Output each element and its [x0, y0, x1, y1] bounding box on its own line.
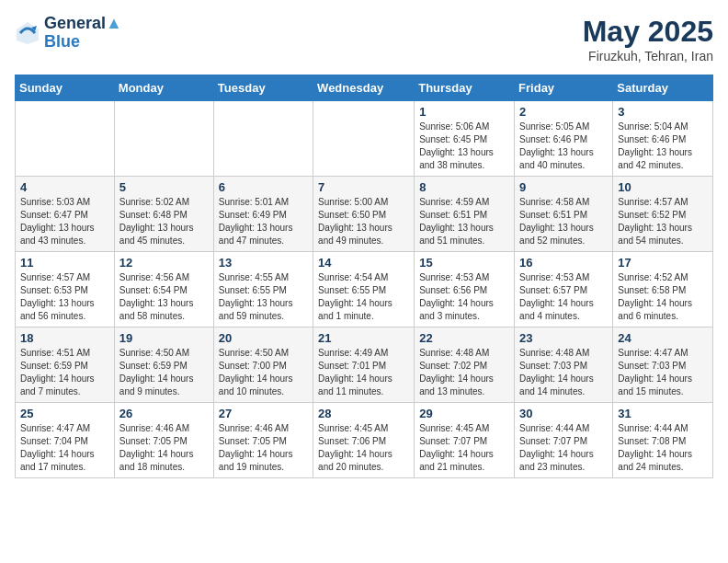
week-row-1: 1Sunrise: 5:06 AMSunset: 6:45 PMDaylight…: [16, 101, 713, 177]
day-detail: Sunrise: 4:44 AMSunset: 7:08 PMDaylight:…: [618, 422, 708, 474]
page-header: General▲ Blue May 2025 Firuzkuh, Tehran,…: [15, 15, 713, 63]
calendar-cell: 28Sunrise: 4:45 AMSunset: 7:06 PMDayligh…: [313, 403, 415, 478]
calendar-cell: 29Sunrise: 4:45 AMSunset: 7:07 PMDayligh…: [415, 403, 515, 478]
calendar-cell: 30Sunrise: 4:44 AMSunset: 7:07 PMDayligh…: [515, 403, 613, 478]
calendar-cell: 20Sunrise: 4:50 AMSunset: 7:00 PMDayligh…: [213, 327, 313, 403]
day-detail: Sunrise: 4:55 AMSunset: 6:55 PMDaylight:…: [219, 271, 308, 323]
logo: General▲ Blue: [15, 15, 122, 52]
calendar-cell: 7Sunrise: 5:00 AMSunset: 6:50 PMDaylight…: [313, 177, 415, 252]
day-number: 18: [20, 331, 109, 345]
day-detail: Sunrise: 5:03 AMSunset: 6:47 PMDaylight:…: [20, 196, 109, 247]
calendar-cell: 24Sunrise: 4:47 AMSunset: 7:03 PMDayligh…: [613, 327, 713, 403]
day-number: 10: [618, 180, 708, 194]
day-detail: Sunrise: 4:53 AMSunset: 6:57 PMDaylight:…: [519, 271, 608, 323]
day-detail: Sunrise: 4:50 AMSunset: 7:00 PMDaylight:…: [219, 347, 308, 398]
day-detail: Sunrise: 4:59 AMSunset: 6:51 PMDaylight:…: [419, 196, 509, 247]
day-detail: Sunrise: 5:00 AMSunset: 6:50 PMDaylight:…: [318, 196, 409, 247]
calendar-cell: 9Sunrise: 4:58 AMSunset: 6:51 PMDaylight…: [515, 177, 613, 252]
day-number: 13: [219, 256, 308, 270]
calendar-cell: [114, 101, 213, 177]
day-detail: Sunrise: 4:45 AMSunset: 7:06 PMDaylight:…: [318, 422, 409, 474]
calendar-cell: 6Sunrise: 5:01 AMSunset: 6:49 PMDaylight…: [213, 177, 313, 252]
calendar-cell: 13Sunrise: 4:55 AMSunset: 6:55 PMDayligh…: [213, 252, 313, 327]
day-number: 5: [119, 180, 209, 194]
day-detail: Sunrise: 5:04 AMSunset: 6:46 PMDaylight:…: [618, 121, 708, 172]
week-row-5: 25Sunrise: 4:47 AMSunset: 7:04 PMDayligh…: [16, 403, 713, 478]
calendar-cell: 8Sunrise: 4:59 AMSunset: 6:51 PMDaylight…: [415, 177, 515, 252]
calendar-cell: 22Sunrise: 4:48 AMSunset: 7:02 PMDayligh…: [415, 327, 515, 403]
calendar-cell: [16, 101, 115, 177]
day-number: 19: [119, 331, 209, 345]
day-number: 15: [419, 256, 509, 270]
day-detail: Sunrise: 4:44 AMSunset: 7:07 PMDaylight:…: [519, 422, 608, 474]
header-friday: Friday: [515, 75, 613, 101]
logo-icon: [15, 20, 40, 46]
day-detail: Sunrise: 4:46 AMSunset: 7:05 PMDaylight:…: [119, 422, 209, 474]
day-number: 24: [618, 331, 708, 345]
day-detail: Sunrise: 4:53 AMSunset: 6:56 PMDaylight:…: [419, 271, 509, 323]
location: Firuzkuh, Tehran, Iran: [583, 49, 713, 63]
day-number: 28: [318, 407, 409, 420]
calendar-header-row: SundayMondayTuesdayWednesdayThursdayFrid…: [16, 75, 713, 101]
calendar-cell: 18Sunrise: 4:51 AMSunset: 6:59 PMDayligh…: [16, 327, 115, 403]
day-number: 30: [519, 407, 608, 420]
day-number: 27: [219, 407, 308, 420]
day-number: 31: [618, 407, 708, 420]
day-number: 21: [318, 331, 409, 345]
header-tuesday: Tuesday: [213, 75, 313, 101]
day-detail: Sunrise: 4:58 AMSunset: 6:51 PMDaylight:…: [519, 196, 608, 247]
day-detail: Sunrise: 4:54 AMSunset: 6:55 PMDaylight:…: [318, 271, 409, 323]
calendar-cell: 10Sunrise: 4:57 AMSunset: 6:52 PMDayligh…: [613, 177, 713, 252]
day-detail: Sunrise: 4:56 AMSunset: 6:54 PMDaylight:…: [119, 271, 209, 323]
calendar-cell: 1Sunrise: 5:06 AMSunset: 6:45 PMDaylight…: [415, 101, 515, 177]
day-number: 9: [519, 180, 608, 194]
day-number: 3: [618, 105, 708, 119]
day-detail: Sunrise: 4:57 AMSunset: 6:52 PMDaylight:…: [618, 196, 708, 247]
calendar-cell: 26Sunrise: 4:46 AMSunset: 7:05 PMDayligh…: [114, 403, 213, 478]
day-number: 12: [119, 256, 209, 270]
day-detail: Sunrise: 4:57 AMSunset: 6:53 PMDaylight:…: [20, 271, 109, 323]
day-number: 17: [618, 256, 708, 270]
day-detail: Sunrise: 4:45 AMSunset: 7:07 PMDaylight:…: [419, 422, 509, 474]
day-number: 11: [20, 256, 109, 270]
day-number: 1: [419, 105, 509, 119]
calendar-cell: 5Sunrise: 5:02 AMSunset: 6:48 PMDaylight…: [114, 177, 213, 252]
day-number: 25: [20, 407, 109, 420]
calendar-cell: 23Sunrise: 4:48 AMSunset: 7:03 PMDayligh…: [515, 327, 613, 403]
calendar-cell: 27Sunrise: 4:46 AMSunset: 7:05 PMDayligh…: [213, 403, 313, 478]
day-detail: Sunrise: 4:46 AMSunset: 7:05 PMDaylight:…: [219, 422, 308, 474]
calendar-cell: 12Sunrise: 4:56 AMSunset: 6:54 PMDayligh…: [114, 252, 213, 327]
day-detail: Sunrise: 5:06 AMSunset: 6:45 PMDaylight:…: [419, 121, 509, 172]
day-number: 29: [419, 407, 509, 420]
calendar-cell: 31Sunrise: 4:44 AMSunset: 7:08 PMDayligh…: [613, 403, 713, 478]
day-detail: Sunrise: 5:02 AMSunset: 6:48 PMDaylight:…: [119, 196, 209, 247]
calendar-cell: 2Sunrise: 5:05 AMSunset: 6:46 PMDaylight…: [515, 101, 613, 177]
day-detail: Sunrise: 5:01 AMSunset: 6:49 PMDaylight:…: [219, 196, 308, 247]
title-block: May 2025 Firuzkuh, Tehran, Iran: [583, 15, 713, 63]
day-number: 7: [318, 180, 409, 194]
day-number: 22: [419, 331, 509, 345]
day-detail: Sunrise: 4:47 AMSunset: 7:04 PMDaylight:…: [20, 422, 109, 474]
calendar-cell: 16Sunrise: 4:53 AMSunset: 6:57 PMDayligh…: [515, 252, 613, 327]
calendar-cell: 17Sunrise: 4:52 AMSunset: 6:58 PMDayligh…: [613, 252, 713, 327]
week-row-4: 18Sunrise: 4:51 AMSunset: 6:59 PMDayligh…: [16, 327, 713, 403]
day-detail: Sunrise: 5:05 AMSunset: 6:46 PMDaylight:…: [519, 121, 608, 172]
header-thursday: Thursday: [415, 75, 515, 101]
calendar-cell: 19Sunrise: 4:50 AMSunset: 6:59 PMDayligh…: [114, 327, 213, 403]
week-row-2: 4Sunrise: 5:03 AMSunset: 6:47 PMDaylight…: [16, 177, 713, 252]
day-detail: Sunrise: 4:52 AMSunset: 6:58 PMDaylight:…: [618, 271, 708, 323]
day-number: 6: [219, 180, 308, 194]
calendar-cell: [213, 101, 313, 177]
header-monday: Monday: [114, 75, 213, 101]
day-number: 2: [519, 105, 608, 119]
day-number: 8: [419, 180, 509, 194]
week-row-3: 11Sunrise: 4:57 AMSunset: 6:53 PMDayligh…: [16, 252, 713, 327]
month-title: May 2025: [583, 15, 713, 49]
calendar-cell: 15Sunrise: 4:53 AMSunset: 6:56 PMDayligh…: [415, 252, 515, 327]
calendar-table: SundayMondayTuesdayWednesdayThursdayFrid…: [15, 75, 713, 478]
header-sunday: Sunday: [16, 75, 115, 101]
calendar-cell: 11Sunrise: 4:57 AMSunset: 6:53 PMDayligh…: [16, 252, 115, 327]
calendar-cell: [313, 101, 415, 177]
day-detail: Sunrise: 4:48 AMSunset: 7:02 PMDaylight:…: [419, 347, 509, 398]
calendar-cell: 21Sunrise: 4:49 AMSunset: 7:01 PMDayligh…: [313, 327, 415, 403]
